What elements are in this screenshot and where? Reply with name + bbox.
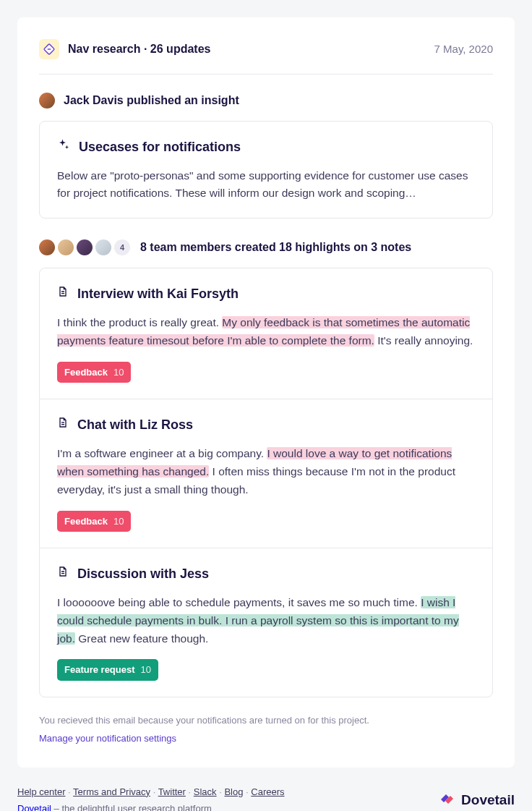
note-body: I'm a software engineer at a big company… — [57, 445, 475, 498]
byline-text: Jack Davis published an insight — [64, 92, 239, 109]
tag-count: 10 — [141, 663, 151, 677]
date: 7 May, 2020 — [434, 41, 493, 58]
project-heading: Nav research · 26 updates — [39, 39, 210, 59]
updates-count: 26 updates — [150, 43, 211, 55]
highlights-head: 4 8 team members created 18 highlights o… — [39, 239, 493, 256]
avatar — [95, 239, 111, 255]
insight-box[interactable]: Usecases for notifications Below are "pr… — [39, 121, 493, 218]
note-body: I think the product is really great. My … — [57, 314, 475, 350]
footer-link[interactable]: Terms and Privacy — [73, 786, 150, 797]
footer-links: Help center · Terms and Privacy · Twitte… — [17, 785, 285, 799]
footer-link[interactable]: Slack — [194, 786, 217, 797]
note-post: Great new feature though. — [75, 632, 208, 645]
footer-left: Help center · Terms and Privacy · Twitte… — [17, 785, 285, 811]
insight-section: Jack Davis published an insight Usecases… — [39, 92, 493, 218]
avatar — [39, 239, 55, 255]
insight-body: Below are "proto-personas" and some supp… — [57, 167, 475, 202]
insight-byline: Jack Davis published an insight — [39, 92, 493, 109]
separator: · — [150, 786, 158, 797]
brand-link[interactable]: Dovetail — [17, 803, 51, 811]
note-title: Interview with Kai Forsyth — [77, 284, 239, 304]
tag[interactable]: Feedback10 — [57, 511, 131, 532]
tag-count: 10 — [113, 514, 124, 529]
logo[interactable]: Dovetail — [438, 790, 515, 811]
tag-label: Feature request — [64, 663, 135, 677]
document-icon — [57, 284, 69, 304]
note-pre: I loooooove being able to schedule payme… — [57, 596, 421, 608]
tag[interactable]: Feedback10 — [57, 362, 131, 383]
email-card: Nav research · 26 updates 7 May, 2020 Ja… — [17, 17, 515, 768]
note[interactable]: Interview with Kai ForsythI think the pr… — [40, 268, 492, 399]
note-title-row: Discussion with Jess — [57, 564, 475, 584]
footer-link[interactable]: Blog — [224, 786, 243, 797]
card-header: Nav research · 26 updates 7 May, 2020 — [39, 39, 493, 75]
project-name: Nav research — [68, 43, 141, 55]
note[interactable]: Chat with Liz RossI'm a software enginee… — [40, 399, 492, 548]
separator: · — [141, 43, 150, 55]
note-pre: I think the product is really great. — [57, 316, 222, 328]
tagline-text: – the delightful user research platform — [51, 803, 212, 811]
header-text: Nav research · 26 updates — [68, 41, 210, 58]
avatar-stack: 4 — [39, 239, 130, 255]
project-icon — [39, 39, 59, 59]
note-title-row: Chat with Liz Ross — [57, 415, 475, 435]
page-footer: Help center · Terms and Privacy · Twitte… — [0, 785, 532, 811]
footer-tagline: Dovetail – the delightful user research … — [17, 802, 285, 811]
document-icon — [57, 415, 69, 435]
footer-info: You recieved this email because your not… — [39, 713, 493, 728]
footer-link[interactable]: Careers — [251, 786, 284, 797]
separator: · — [243, 786, 251, 797]
card-footer: You recieved this email because your not… — [39, 713, 493, 746]
insight-title-row: Usecases for notifications — [57, 137, 475, 157]
separator: · — [186, 786, 194, 797]
tag[interactable]: Feature request10 — [57, 659, 158, 681]
note[interactable]: Discussion with JessI loooooove being ab… — [40, 548, 492, 697]
note-title-row: Interview with Kai Forsyth — [57, 284, 475, 304]
highlights-section: 4 8 team members created 18 highlights o… — [39, 239, 493, 697]
sparkle-icon — [57, 137, 70, 157]
avatar — [58, 239, 74, 255]
note-post: It's really annoying. — [374, 334, 473, 347]
logo-text: Dovetail — [461, 790, 515, 811]
tag-label: Feedback — [64, 514, 108, 529]
note-body: I loooooove being able to schedule payme… — [57, 594, 475, 647]
tag-label: Feedback — [64, 365, 108, 380]
avatar-more[interactable]: 4 — [114, 239, 130, 255]
note-pre: I'm a software engineer at a big company… — [57, 447, 267, 459]
notes-list: Interview with Kai ForsythI think the pr… — [39, 268, 493, 697]
manage-notifications-link[interactable]: Manage your notification settings — [39, 731, 176, 746]
note-title: Chat with Liz Ross — [77, 415, 193, 435]
footer-link[interactable]: Help center — [17, 786, 65, 797]
insight-title: Usecases for notifications — [79, 137, 241, 157]
avatar — [39, 93, 55, 109]
footer-link[interactable]: Twitter — [158, 786, 186, 797]
document-icon — [57, 564, 69, 584]
separator: · — [217, 786, 225, 797]
note-title: Discussion with Jess — [77, 564, 209, 584]
avatar — [77, 239, 93, 255]
tag-count: 10 — [113, 365, 124, 380]
separator: · — [65, 786, 73, 797]
highlights-summary: 8 team members created 18 highlights on … — [140, 239, 411, 256]
